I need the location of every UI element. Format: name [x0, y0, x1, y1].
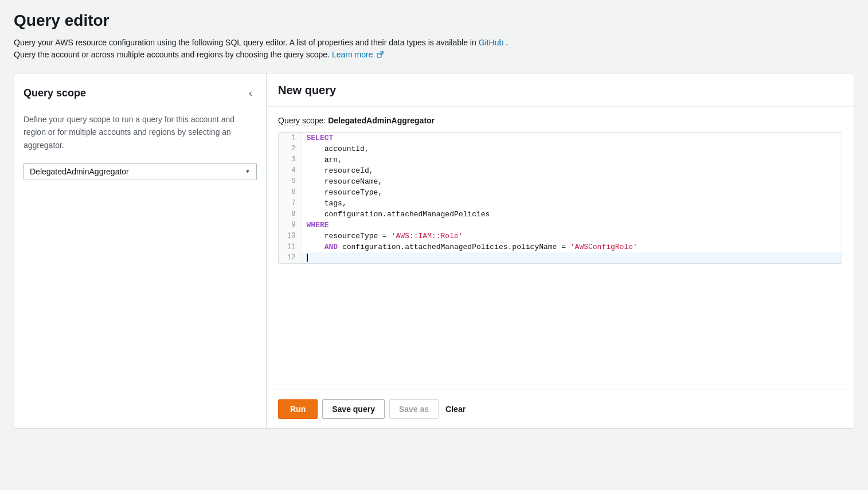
- learn-more-link[interactable]: Learn more: [332, 50, 373, 59]
- save-as-button: Save as: [389, 399, 439, 419]
- line-num-11: 11: [279, 242, 302, 252]
- clear-button[interactable]: Clear: [443, 400, 468, 418]
- code-line-5: 5 resourceName,: [279, 176, 842, 187]
- collapse-button[interactable]: ‹: [244, 85, 257, 102]
- line-content-9: WHERE: [302, 220, 842, 231]
- left-panel-header: Query scope ‹: [24, 85, 257, 102]
- github-link[interactable]: GitHub: [479, 38, 504, 47]
- line-content-4: resourceId,: [302, 165, 842, 176]
- line-content-12: [302, 252, 842, 263]
- line-num-1: 1: [279, 133, 302, 143]
- line-num-12: 12: [279, 252, 302, 263]
- bottom-toolbar: Run Save query Save as Clear: [267, 390, 854, 428]
- external-link-icon: [377, 49, 384, 61]
- page-title: Query editor: [14, 11, 854, 30]
- line-num-4: 4: [279, 165, 302, 176]
- line-content-8: configuration.attachedManagedPolicies: [302, 209, 842, 220]
- query-scope-label[interactable]: Query scope: [278, 116, 323, 126]
- line-num-7: 7: [279, 198, 302, 209]
- code-line-6: 6 resourceType,: [279, 187, 842, 198]
- left-panel: Query scope ‹ Define your query scope to…: [14, 73, 267, 428]
- code-line-11: 11 AND configuration.attachedManagedPoli…: [279, 242, 842, 252]
- line-num-6: 6: [279, 187, 302, 198]
- line-num-9: 9: [279, 220, 302, 231]
- line-content-1: SELECT: [302, 133, 842, 143]
- line-content-2: accountId,: [302, 143, 842, 154]
- right-panel: New query Query scope: DelegatedAdminAgg…: [267, 73, 854, 428]
- line-num-2: 2: [279, 143, 302, 154]
- code-line-3: 3 arn,: [279, 154, 842, 165]
- scope-description: Define your query scope to run a query f…: [24, 113, 257, 151]
- line-num-8: 8: [279, 209, 302, 220]
- line-content-5: resourceName,: [302, 176, 842, 187]
- code-line-7: 7 tags,: [279, 198, 842, 209]
- code-line-2: 2 accountId,: [279, 143, 842, 154]
- code-lines: 1 SELECT 2 accountId, 3 arn,: [279, 133, 842, 263]
- code-line-8: 8 configuration.attachedManagedPolicies: [279, 209, 842, 220]
- code-line-10: 10 resourceType = 'AWS::IAM::Role': [279, 231, 842, 242]
- description-text-1: Query your AWS resource configuration us…: [14, 38, 476, 47]
- query-editor-area: Query scope: DelegatedAdminAggregator 1 …: [267, 107, 854, 390]
- aggregator-dropdown[interactable]: DelegatedAdminAggregator ▼: [24, 163, 257, 180]
- new-query-title: New query: [278, 84, 336, 96]
- aggregator-value: DelegatedAdminAggregator: [30, 167, 129, 176]
- line-content-10: resourceType = 'AWS::IAM::Role': [302, 231, 842, 242]
- run-button[interactable]: Run: [278, 399, 318, 419]
- save-query-button[interactable]: Save query: [322, 399, 385, 419]
- query-scope-value: DelegatedAdminAggregator: [328, 116, 435, 125]
- main-panel: Query scope ‹ Define your query scope to…: [14, 73, 854, 429]
- right-panel-header: New query: [267, 73, 854, 107]
- query-scope-line: Query scope: DelegatedAdminAggregator: [278, 116, 842, 125]
- page-wrapper: Query editor Query your AWS resource con…: [0, 0, 868, 490]
- code-line-9: 9 WHERE: [279, 220, 842, 231]
- query-scope-title: Query scope: [24, 87, 86, 99]
- line-content-3: arn,: [302, 154, 842, 165]
- code-editor[interactable]: 1 SELECT 2 accountId, 3 arn,: [278, 132, 842, 264]
- page-description: Query your AWS resource configuration us…: [14, 37, 530, 61]
- line-num-10: 10: [279, 231, 302, 242]
- line-num-5: 5: [279, 176, 302, 187]
- line-content-6: resourceType,: [302, 187, 842, 198]
- code-line-1: 1 SELECT: [279, 133, 842, 143]
- line-content-11: AND configuration.attachedManagedPolicie…: [302, 242, 842, 252]
- dropdown-arrow-icon: ▼: [245, 168, 251, 174]
- line-num-3: 3: [279, 154, 302, 165]
- collapse-icon: ‹: [249, 87, 252, 99]
- line-content-7: tags,: [302, 198, 842, 209]
- code-line-4: 4 resourceId,: [279, 165, 842, 176]
- code-line-12: 12: [279, 252, 842, 263]
